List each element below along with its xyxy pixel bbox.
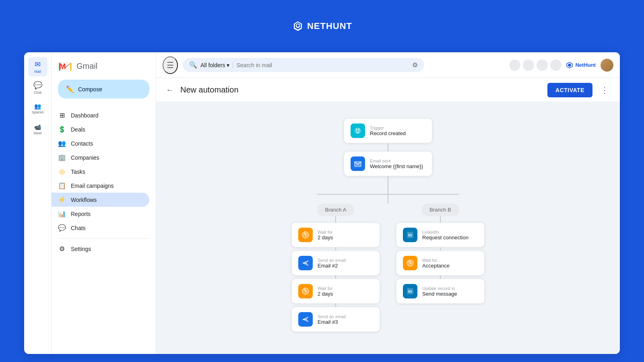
linkedin-svg-3: in [406,287,414,295]
nethunt-logo-icon [292,20,304,32]
activate-button[interactable]: ACTIVATE [547,83,592,97]
mail-icon: ✉ [35,60,41,69]
branch-a-node-1[interactable]: Wait for 2 days [291,222,380,247]
branch-b-node-2-value: Acceptance [422,263,450,269]
trigger-label: Trigger [370,125,406,130]
menu-button[interactable]: ☰ [163,56,178,74]
compose-label: Compose [78,86,102,93]
branch-b-node-3-label: Update record in [422,286,457,291]
toolbar-right: NetHunt [509,59,613,72]
nav-label-contacts: Contacts [71,140,93,147]
dot-3 [537,60,548,71]
iconbar-spaces[interactable]: 👥 Spaces [28,99,47,118]
wait-for-icon [403,256,417,270]
branch-b-node-1-label: LinkedIn [422,230,469,234]
branch-a-node-2[interactable]: Send an email Email #2 [291,251,380,276]
branch-a-node-4-text: Send an email Email #3 [318,314,346,325]
branch-b-node-3-value: Send message [422,291,457,297]
branch-a-label[interactable]: Branch A [317,204,355,216]
folder-label: All folders [200,62,225,68]
settings-icon: ⚙ [58,245,66,253]
svg-point-6 [359,130,360,131]
nav-label-reports: Reports [71,211,91,217]
send-email-svg-2 [301,259,310,267]
email-sent-label: Email sent [370,158,423,163]
email-sent-node[interactable]: Email sent Welcome {{first name}} [344,151,432,176]
nav-item-companies[interactable]: 🏢 Companies [52,150,149,165]
branch-b-node-1-text: LinkedIn Request connection [422,230,469,241]
nav-item-dashboard[interactable]: ⊞ Dashboard [52,108,149,122]
branch-a-node-4[interactable]: Send an email Email #3 [291,307,380,332]
branch-a-node-3-value: 2 days [318,291,333,297]
branch-a-node-3-label: Wait for [318,286,333,291]
search-bar: 🔍 All folders ▾ ⚙ [183,58,424,72]
svg-point-7 [356,128,357,129]
wait-svg-1 [301,231,310,239]
send-email-icon-4 [298,312,313,327]
branch-a-connector-top [335,216,336,222]
branch-row: Branch A [291,204,485,332]
email-campaigns-icon: 📋 [58,182,66,189]
svg-point-5 [356,130,357,131]
nav-item-chats[interactable]: 💬 Chats [52,221,149,235]
iconbar-chat[interactable]: 💬 Chat [28,78,47,97]
branch-b-label[interactable]: Branch B [421,204,459,216]
iconbar-meet[interactable]: 📹 Meet [28,120,47,139]
spaces-icon: 👥 [34,103,41,109]
nav-section: ⊞ Dashboard 💲 Deals 👥 Contacts 🏢 Compani… [52,105,156,259]
linkedin-icon-1: in [403,228,417,242]
nav-item-tasks[interactable]: ◎ Tasks [52,165,149,179]
more-options-button[interactable]: ⋮ [597,84,612,97]
email-sent-text: Email sent Welcome {{first name}} [370,158,423,169]
svg-marker-3 [568,64,571,67]
nav-item-reports[interactable]: 📊 Reports [52,207,149,221]
trigger-svg-icon [354,127,362,135]
branch-b-node-1[interactable]: in LinkedIn Request connection [396,222,485,247]
nav-item-email-campaigns[interactable]: 📋 Email campaigns [52,179,149,193]
email-sent-value: Welcome {{first name}} [370,163,423,169]
page-title: New automation [180,85,543,95]
dot-4 [550,60,561,71]
nav-item-deals[interactable]: 💲 Deals [52,122,149,136]
branch-b-node-2[interactable]: Wait for... Acceptance [396,251,485,276]
user-avatar[interactable] [601,59,613,72]
trigger-node[interactable]: Trigger Record created [344,118,432,143]
branch-b-node-2-label: Wait for... [422,258,450,263]
folder-selector[interactable]: All folders ▾ [200,62,233,68]
branch-b-connector-top [440,216,441,222]
back-button[interactable]: ← [164,84,175,96]
trigger-value: Record created [370,130,406,136]
search-input[interactable] [236,62,409,68]
branch-a-col: Branch A [291,204,380,332]
filter-icon[interactable]: ⚙ [412,61,418,69]
nav-item-settings[interactable]: ⚙ Settings [52,242,149,256]
branch-b-node-1-value: Request connection [422,234,469,241]
icon-bar: ✉ Mail 💬 Chat 👥 Spaces 📹 Meet [24,52,52,354]
nav-item-contacts[interactable]: 👥 Contacts [52,136,149,150]
branch-a-node-4-label: Send an email [318,314,346,319]
nav-label-workflows: Workflows [71,197,97,203]
trigger-icon [351,123,365,138]
search-icon: 🔍 [189,61,197,69]
iconbar-meet-label: Meet [33,131,41,135]
email-svg-icon [354,160,362,168]
tasks-icon: ◎ [58,168,66,175]
compose-button[interactable]: ✏️ Compose [58,80,149,99]
iconbar-mail[interactable]: ✉ Mail [28,57,47,76]
branch-a-node-3[interactable]: Wait for 2 days [291,279,380,304]
nav-label-dashboard: Dashboard [71,112,99,119]
reports-icon: 📊 [58,210,66,218]
branch-b-node-2-text: Wait for... Acceptance [422,258,450,269]
nethunt-logo: NETHUNT [292,20,352,32]
gmail-icon: M [58,59,72,73]
branch-a-node-1-value: 2 days [318,234,333,241]
companies-icon: 🏢 [58,154,66,161]
nav-item-workflows[interactable]: ⚡ Workflows [52,193,149,207]
nethunt-small-icon [566,62,573,68]
branch-a-node-2-text: Send an email Email #2 [318,258,346,269]
branch-b-node-3[interactable]: in Update record in Send message [396,279,485,304]
compose-icon: ✏️ [66,85,74,93]
workflows-icon: ⚡ [58,196,66,204]
branch-a-conn-1 [335,247,336,251]
dot-2 [523,60,534,71]
